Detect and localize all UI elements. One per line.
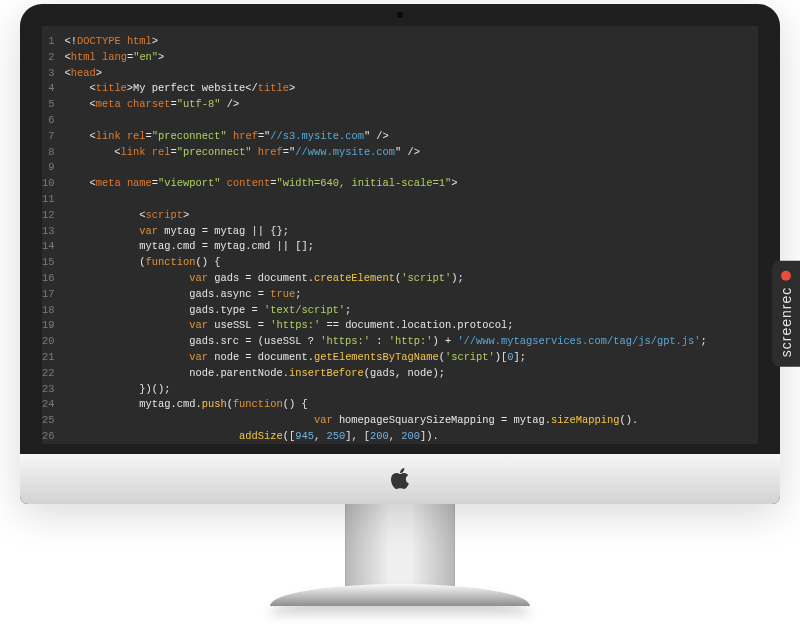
monitor-bezel: 1234567891011121314151617181920212223242… bbox=[20, 4, 780, 504]
apple-logo-icon bbox=[389, 468, 411, 490]
code-line[interactable]: (function() { bbox=[64, 255, 758, 271]
line-number: 7 bbox=[42, 129, 54, 145]
line-number: 23 bbox=[42, 382, 54, 398]
screenrec-badge[interactable]: screenrec bbox=[772, 260, 800, 366]
code-line[interactable] bbox=[64, 192, 758, 208]
code-editor[interactable]: 1234567891011121314151617181920212223242… bbox=[42, 26, 758, 444]
record-dot-icon bbox=[781, 270, 791, 280]
stand-foot bbox=[270, 584, 530, 606]
code-line[interactable]: var homepageSquarySizeMapping = mytag.si… bbox=[64, 413, 758, 429]
code-line[interactable]: mytag.cmd.push(function() { bbox=[64, 397, 758, 413]
line-number: 6 bbox=[42, 113, 54, 129]
line-number: 19 bbox=[42, 318, 54, 334]
line-number: 11 bbox=[42, 192, 54, 208]
monitor-chin bbox=[20, 454, 780, 504]
line-number: 5 bbox=[42, 97, 54, 113]
code-line[interactable]: <meta charset="utf-8" /> bbox=[64, 97, 758, 113]
code-line[interactable]: gads.type = 'text/script'; bbox=[64, 303, 758, 319]
line-number: 12 bbox=[42, 208, 54, 224]
line-number: 18 bbox=[42, 303, 54, 319]
line-number: 1 bbox=[42, 34, 54, 50]
code-line[interactable]: mytag.cmd = mytag.cmd || []; bbox=[64, 239, 758, 255]
code-line[interactable]: <html lang="en"> bbox=[64, 50, 758, 66]
code-line[interactable] bbox=[64, 113, 758, 129]
screenrec-label: screenrec bbox=[778, 286, 794, 356]
code-line[interactable]: gads.async = true; bbox=[64, 287, 758, 303]
line-number: 15 bbox=[42, 255, 54, 271]
code-line[interactable]: var node = document.getElementsByTagName… bbox=[64, 350, 758, 366]
code-line[interactable]: node.parentNode.insertBefore(gads, node)… bbox=[64, 366, 758, 382]
code-line[interactable]: var gads = document.createElement('scrip… bbox=[64, 271, 758, 287]
line-number: 21 bbox=[42, 350, 54, 366]
code-line[interactable]: var useSSL = 'https:' == document.locati… bbox=[64, 318, 758, 334]
code-line[interactable] bbox=[64, 160, 758, 176]
line-number: 10 bbox=[42, 176, 54, 192]
line-number: 26 bbox=[42, 429, 54, 444]
line-number: 24 bbox=[42, 397, 54, 413]
code-line[interactable]: <link rel="preconnect" href="//www.mysit… bbox=[64, 145, 758, 161]
line-number: 8 bbox=[42, 145, 54, 161]
code-line[interactable]: var mytag = mytag || {}; bbox=[64, 224, 758, 240]
line-number: 3 bbox=[42, 66, 54, 82]
camera-dot bbox=[397, 12, 403, 18]
code-line[interactable]: <!DOCTYPE html> bbox=[64, 34, 758, 50]
line-number: 22 bbox=[42, 366, 54, 382]
line-number: 25 bbox=[42, 413, 54, 429]
code-line[interactable]: <link rel="preconnect" href="//s3.mysite… bbox=[64, 129, 758, 145]
code-line[interactable]: <title>My perfect website</title> bbox=[64, 81, 758, 97]
line-number: 16 bbox=[42, 271, 54, 287]
code-line[interactable]: gads.src = (useSSL ? 'https:' : 'http:')… bbox=[64, 334, 758, 350]
line-number: 2 bbox=[42, 50, 54, 66]
line-number: 13 bbox=[42, 224, 54, 240]
code-line[interactable]: <script> bbox=[64, 208, 758, 224]
line-number: 4 bbox=[42, 81, 54, 97]
line-number: 17 bbox=[42, 287, 54, 303]
screen: 1234567891011121314151617181920212223242… bbox=[42, 26, 758, 444]
line-number: 14 bbox=[42, 239, 54, 255]
line-number-gutter: 1234567891011121314151617181920212223242… bbox=[42, 34, 64, 444]
code-area[interactable]: <!DOCTYPE html><html lang="en"><head> <t… bbox=[64, 34, 758, 444]
code-line[interactable]: <head> bbox=[64, 66, 758, 82]
imac-monitor: 1234567891011121314151617181920212223242… bbox=[20, 0, 780, 627]
line-number: 20 bbox=[42, 334, 54, 350]
code-line[interactable]: <meta name="viewport" content="width=640… bbox=[64, 176, 758, 192]
code-line[interactable]: })(); bbox=[64, 382, 758, 398]
line-number: 9 bbox=[42, 160, 54, 176]
code-line[interactable]: addSize([945, 250], [200, 200]). bbox=[64, 429, 758, 444]
stand-neck bbox=[345, 502, 455, 586]
